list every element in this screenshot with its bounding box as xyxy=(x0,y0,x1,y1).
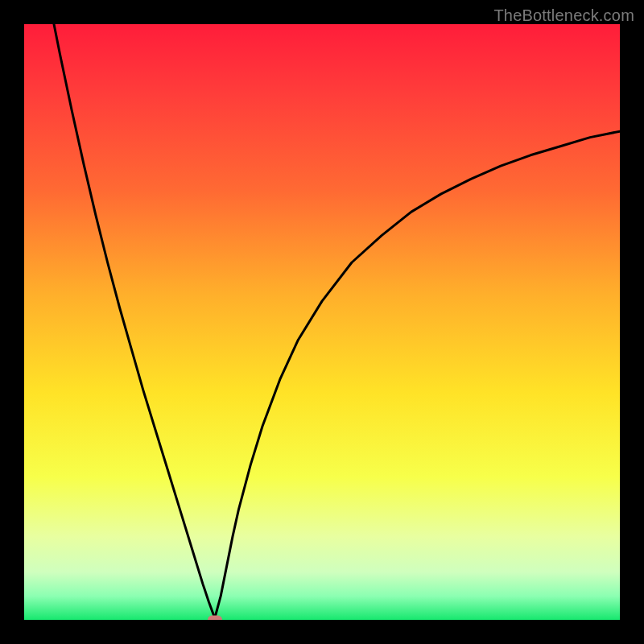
watermark-text: TheBottleneck.com xyxy=(493,6,634,25)
chart-frame: TheBottleneck.com xyxy=(0,0,644,644)
plot-area xyxy=(24,24,620,620)
curve-left-branch xyxy=(54,24,215,618)
minimum-marker xyxy=(208,616,222,621)
curve-right-branch xyxy=(215,131,620,618)
bottleneck-curve xyxy=(24,24,620,620)
